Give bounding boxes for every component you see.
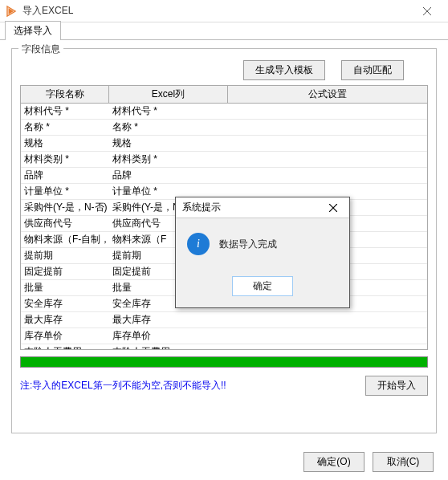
cell-excel-col: 最大库存 [109,312,228,327]
dialog-close-button[interactable] [324,200,343,216]
cell-field-name: 品牌 [21,168,109,183]
cell-field-name: 供应商代号 [21,216,109,231]
cell-formula [228,336,427,337]
cell-field-name: 物料来源（F-自制，J [21,232,109,247]
cell-formula [228,191,427,193]
cell-field-name: 采购件(Y-是，N-否) [21,200,109,215]
table-row[interactable]: 材料代号 *材料代号 * [21,104,427,120]
window-title: 导入EXCEL [22,4,411,18]
table-row[interactable]: 名称 *名称 * [21,120,427,136]
system-prompt-dialog: 系统提示 i 数据导入完成 确定 [175,197,350,308]
cell-field-name: 材料代号 * [21,104,109,119]
cell-field-name: 材料类别 * [21,152,109,167]
titlebar: 导入EXCEL [0,0,448,22]
close-icon [423,7,431,15]
cell-field-name: 批量 [21,280,109,295]
cell-field-name: 最大库存 [21,312,109,327]
cell-field-name: 名称 * [21,120,109,135]
cell-formula [228,175,427,177]
table-row[interactable]: 库存单价库存单价 [21,328,427,344]
cell-excel-col: 规格 [109,136,228,151]
table-row[interactable]: 材料类别 *材料类别 * [21,152,427,168]
cell-field-name: 固定提前 [21,264,109,279]
start-import-button[interactable]: 开始导入 [365,376,428,396]
cancel-button[interactable]: 取消(C) [373,452,434,472]
table-row[interactable]: 最大库存最大库存 [21,312,427,328]
cell-excel-col: 材料类别 * [109,152,228,167]
cell-excel-col: 库存单价 [109,328,228,344]
tab-row: 选择导入 [0,22,448,40]
dialog-ok-button[interactable]: 确定 [232,276,293,296]
cell-field-name: 计量单位 * [21,184,109,199]
col-header-formula[interactable]: 公式设置 [228,86,427,103]
col-header-excel-col[interactable]: Excel列 [109,86,228,103]
cell-excel-col: 名称 * [109,120,228,135]
dialog-title: 系统提示 [182,201,324,214]
dialog-message: 数据导入完成 [219,238,277,251]
cell-field-name: 安全库存 [21,296,109,311]
cell-field-name: 提前期 [21,248,109,263]
cell-excel-col: 材料代号 * [109,104,228,119]
table-row[interactable]: 品牌品牌 [21,168,427,184]
table-row[interactable]: 本阶人工费用本阶人工费用 [21,344,427,350]
window-close-button[interactable] [411,0,443,22]
tab-select-import[interactable]: 选择导入 [5,21,61,40]
ok-button[interactable]: 确定(O) [303,452,365,472]
table-row[interactable]: 规格规格 [21,136,427,152]
groupbox-label: 字段信息 [18,43,63,56]
cell-field-name: 规格 [21,136,109,151]
import-note: 注:导入的EXCEL第一列不能为空,否则不能导入!! [20,379,226,393]
close-icon [329,204,337,212]
cell-formula [228,127,427,128]
cell-excel-col: 品牌 [109,168,228,183]
info-icon: i [187,233,210,255]
cell-field-name: 库存单价 [21,328,109,344]
cell-excel-col: 本阶人工费用 [109,344,228,350]
cell-formula [228,159,427,161]
import-progress-bar [20,356,428,368]
col-header-field-name[interactable]: 字段名称 [21,86,109,103]
cell-formula [228,319,427,321]
cell-field-name: 本阶人工费用 [21,344,109,350]
cell-formula [228,143,427,144]
generate-template-button[interactable]: 生成导入模板 [243,60,325,80]
auto-match-button[interactable]: 自动匹配 [341,60,404,80]
app-logo-icon [5,5,18,18]
cell-formula [228,111,427,112]
